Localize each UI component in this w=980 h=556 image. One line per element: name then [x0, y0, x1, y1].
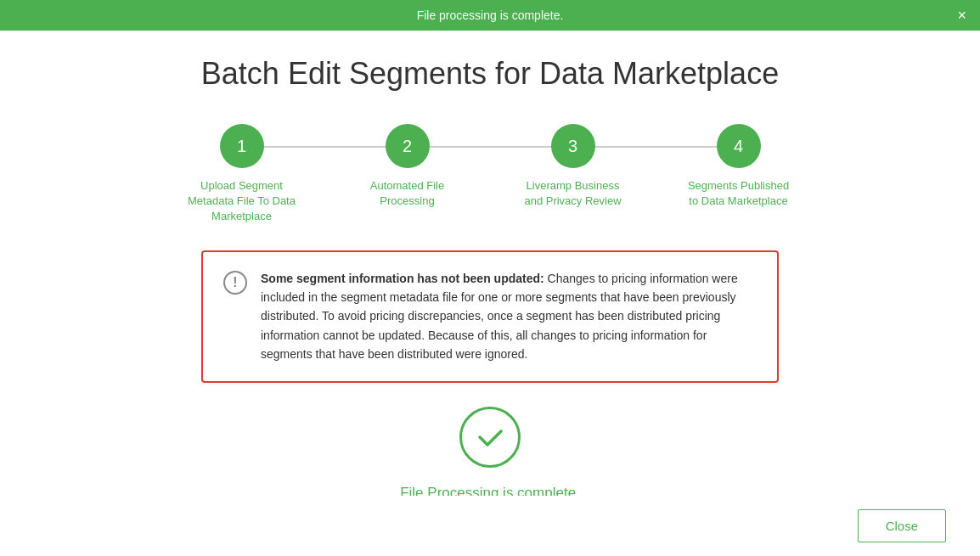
- step-item-2: 2 Automated File Processing: [324, 124, 490, 209]
- notification-text: File processing is complete.: [417, 8, 564, 22]
- success-line1: File Processing is complete.: [256, 481, 724, 496]
- warning-icon: !: [223, 271, 247, 295]
- steps-container: 1 Upload Segment Metadata File To Data M…: [159, 124, 821, 225]
- modal-footer: Close: [0, 496, 980, 556]
- checkmark-icon: [473, 420, 507, 454]
- step-label-2: Automated File Processing: [352, 178, 463, 209]
- close-button[interactable]: Close: [858, 509, 946, 542]
- step-item-3: 3 Liveramp Business and Privacy Review: [490, 124, 656, 209]
- step-circle-4: 4: [717, 124, 761, 168]
- step-label-1: Upload Segment Metadata File To Data Mar…: [187, 178, 297, 225]
- step-label-4: Segments Published to Data Marketplace: [684, 178, 794, 209]
- step-circle-1: 1: [220, 124, 264, 168]
- success-section: File Processing is complete. Your file h…: [256, 407, 724, 496]
- step-item-4: 4 Segments Published to Data Marketplace: [656, 124, 821, 209]
- warning-bold: Some segment information has not been up…: [261, 272, 544, 285]
- checkmark-circle: [459, 407, 521, 468]
- success-text: File Processing is complete. Your file h…: [256, 481, 724, 496]
- step-circle-3: 3: [551, 124, 595, 168]
- page-title: Batch Edit Segments for Data Marketplace: [201, 56, 779, 92]
- main-content: Batch Edit Segments for Data Marketplace…: [0, 31, 980, 496]
- modal-container: File processing is complete. × Batch Edi…: [0, 0, 980, 556]
- step-label-3: Liveramp Business and Privacy Review: [518, 178, 628, 209]
- notification-bar: File processing is complete. ×: [0, 0, 980, 31]
- notification-close-button[interactable]: ×: [957, 8, 966, 23]
- warning-box: ! Some segment information has not been …: [201, 250, 779, 383]
- warning-text: Some segment information has not been up…: [261, 269, 757, 364]
- step-item-1: 1 Upload Segment Metadata File To Data M…: [159, 124, 324, 225]
- step-circle-2: 2: [386, 124, 430, 168]
